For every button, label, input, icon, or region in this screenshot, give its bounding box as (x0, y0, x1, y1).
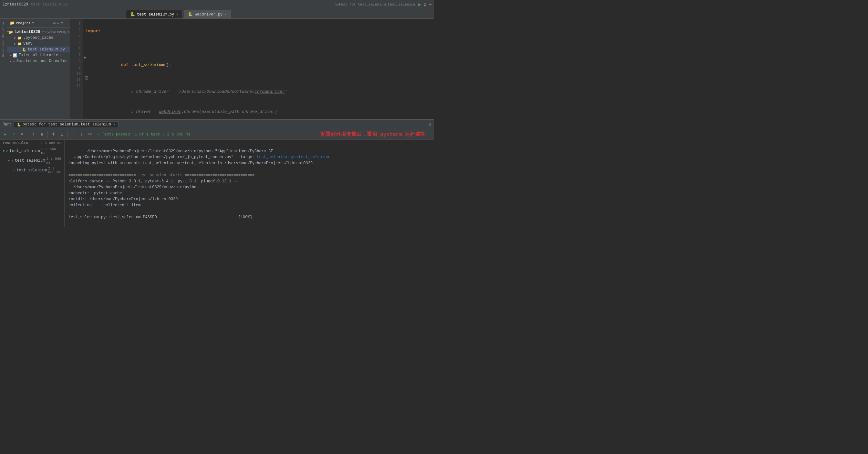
fold-marker-6[interactable]: − (85, 76, 88, 80)
vtab-favorites[interactable]: Favorites (1, 40, 6, 58)
tab-close-webdriver[interactable]: ✕ (224, 12, 227, 17)
pytest-cache-icon: 📁 (18, 36, 22, 40)
code-editor[interactable]: 1 2 4 5 6 7 8 9 10 11 12 im (70, 19, 434, 119)
tab-label-webdriver: webdriver.py (195, 12, 222, 17)
run-settings-icon[interactable]: ⚙ (429, 122, 431, 127)
run-tab-name: pytest for test_selenium.test_selenium (23, 122, 111, 127)
scratches-icon: ✏ (13, 59, 15, 63)
code-area[interactable]: import ... ▶ def test_selenium(): − # ch… (83, 19, 434, 119)
line-numbers: 1 2 4 5 6 7 8 9 10 11 12 (70, 19, 83, 119)
minimize-button[interactable]: — (429, 2, 431, 7)
code-line-1 (83, 21, 434, 28)
run-tab[interactable]: 🐍 pytest for test_selenium.test_selenium… (14, 121, 119, 127)
test-results-title: Test Results (3, 141, 28, 145)
test-result-case-1[interactable]: ▼ ✓ test_selenium 2 s 666 ms (0, 156, 64, 166)
console-output[interactable]: /Users/mac/PycharmProjects/lzhtest0329/v… (65, 140, 434, 227)
tree-item-test-selenium[interactable]: 🐍 test_selenium.py (7, 47, 70, 52)
pytest-cache-arrow[interactable]: ▶ (13, 35, 18, 40)
sort-az-button[interactable]: ↕ (30, 131, 37, 138)
scratches-arrow[interactable]: ▶ (8, 59, 13, 63)
sidebar-title: Project (16, 21, 31, 25)
sort-za-button[interactable]: ⇅ (38, 131, 45, 138)
test-selenium-label: test_selenium.py (28, 47, 65, 52)
tab-close-test-selenium[interactable]: ✕ (176, 12, 178, 17)
tree-item-scratches[interactable]: ▶ ✏ Scratches and Consoles (7, 58, 70, 64)
code-line-4 (83, 41, 434, 48)
project-sidebar: 📁 Project ▼ ⊕ ≡ ⚙ — ▼ 📂 lzhtest0329 (7, 19, 70, 119)
close-sidebar-icon[interactable]: — (65, 21, 67, 26)
tree-item-venv[interactable]: ▶ 📁 venv (7, 41, 70, 47)
collapse-button[interactable]: ⊥ (58, 131, 65, 138)
tab-label-test-selenium: test_selenium.py (137, 12, 174, 17)
play-button[interactable]: ▶ (2, 131, 9, 138)
run-toolbar: ▶ ✓ ⊘ ↕ ⇅ ⊤ ⊥ ↑ ↓ >> ✓ Tests passed: 1 o… (0, 129, 434, 140)
code-line-5: ▶ def test_selenium(): (83, 48, 434, 75)
stop-button[interactable]: ⊘ (19, 131, 26, 138)
test-result-suite[interactable]: ▼ ✓ test_selenium 2 s 666 ms (0, 146, 64, 156)
tree-item-external-libs[interactable]: ▶ 📊 External Libraries (7, 52, 70, 58)
suite-check-icon: ▼ (3, 149, 5, 153)
run-label: Run: (3, 122, 12, 127)
test-results-header: Test Results 2 s 666 ms (0, 140, 64, 146)
run-marker[interactable]: ▶ (84, 55, 87, 61)
run-config-label: pytest for test_selenium.test_selenium (335, 3, 415, 6)
collapse-icon[interactable]: ≡ (57, 21, 60, 26)
code-content: 1 2 4 5 6 7 8 9 10 11 12 im (70, 19, 434, 119)
code-line-2: import ... (83, 28, 434, 35)
run-tab-close[interactable]: ✕ (113, 122, 115, 126)
console-line-1: /Users/mac/PycharmProjects/lzhtest0329/v… (68, 149, 329, 227)
run-tab-icon: 🐍 (17, 122, 21, 127)
run-panel: Run: 🐍 pytest for test_selenium.test_sel… (0, 119, 434, 227)
vtab-structure[interactable]: Structure (1, 21, 6, 39)
passed-badge: ✓ Tests passed: 1 of 1 test – 2 s 666 ms (97, 132, 190, 137)
down-button[interactable]: ↓ (78, 131, 85, 138)
pytest-cache-label: .pytest_cache (23, 35, 54, 40)
more-button[interactable]: >> (86, 132, 93, 137)
test-result-case-2[interactable]: ✓ test_selenium 2 s 666 ms (0, 166, 64, 175)
test-results-time: 2 s 666 ms (40, 141, 62, 145)
window-title: lzhtest0329 (3, 2, 28, 7)
debug-button[interactable]: ⚙ (424, 2, 426, 7)
case1-time: 2 s 666 ms (46, 157, 62, 165)
suite-label: test_selenium (10, 149, 40, 153)
filename-header: test_selenium.py (31, 2, 68, 7)
sep2 (48, 131, 48, 138)
tab-icon-webdriver: 🐍 (188, 12, 193, 17)
sidebar-dropdown-icon[interactable]: ▼ (32, 21, 34, 25)
case2-time: 2 s 666 ms (48, 167, 62, 174)
case2-label: test_selenium (17, 168, 47, 173)
code-line-3 (83, 35, 434, 42)
up-button[interactable]: ↑ (69, 131, 76, 138)
suite-time: 2 s 666 ms (41, 147, 62, 155)
root-folder-icon: 📂 (9, 30, 13, 34)
left-tool-strip: Structure Favorites (0, 19, 7, 119)
case1-pass-icon: ✓ (11, 159, 13, 163)
project-tree: ▼ 📂 lzhtest0329 ~/PycharmProjects/lzhtes… (7, 28, 70, 119)
tree-item-pytest-cache[interactable]: ▶ 📁 .pytest_cache (7, 35, 70, 41)
tree-item-root[interactable]: ▼ 📂 lzhtest0329 ~/PycharmProjects/lzhtes… (7, 29, 70, 35)
venv-arrow[interactable]: ▶ (13, 41, 18, 46)
code-line-7: # driver = webdriver.Chrome(executable_p… (83, 102, 434, 119)
run-button[interactable]: ▶ (418, 1, 422, 8)
code-line-6: − # chrome_driver = '/Users/mac/Download… (83, 75, 434, 102)
expand-button[interactable]: ⊤ (50, 131, 57, 138)
settings-icon[interactable]: ⚙ (61, 21, 63, 26)
tab-icon-test-selenium: 🐍 (130, 12, 135, 17)
tab-webdriver[interactable]: 🐍 webdriver.py ✕ (184, 10, 231, 19)
locate-icon[interactable]: ⊕ (53, 21, 56, 26)
case1-check-icon: ▼ (8, 159, 10, 163)
sidebar-header: 📁 Project ▼ ⊕ ≡ ⚙ — (7, 19, 70, 28)
root-label: lzhtest0329 (14, 30, 40, 34)
case1-label: test_selenium (15, 159, 45, 163)
tab-test-selenium[interactable]: 🐍 test_selenium.py ✕ (126, 10, 182, 19)
check-button[interactable]: ✓ (10, 131, 18, 138)
ext-libs-icon: 📊 (13, 53, 18, 58)
run-body: Test Results 2 s 666 ms ▼ ✓ test_seleniu… (0, 140, 434, 227)
run-header: Run: 🐍 pytest for test_selenium.test_sel… (0, 120, 434, 129)
test-results-panel: Test Results 2 s 666 ms ▼ ✓ test_seleniu… (0, 140, 65, 227)
ext-libs-arrow[interactable]: ▶ (8, 53, 13, 58)
venv-label: venv (23, 41, 33, 46)
scratches-label: Scratches and Consoles (17, 59, 67, 63)
sidebar-toolbar: ⊕ ≡ ⚙ — (53, 21, 67, 26)
ext-libs-label: External Libraries (19, 53, 61, 58)
